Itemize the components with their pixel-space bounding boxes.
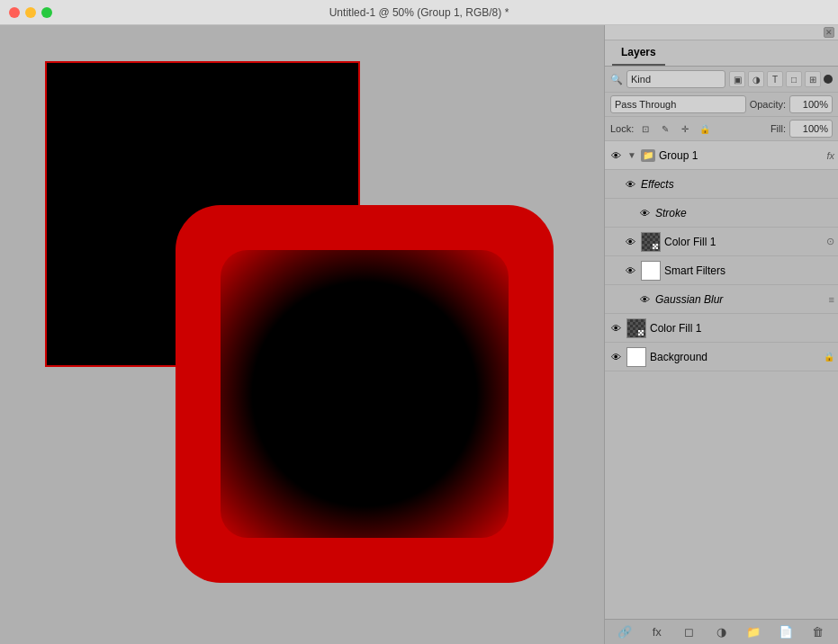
blend-row: Pass Through Normal Multiply Screen Opac… [605, 93, 838, 117]
layer-name-stroke: Stroke [655, 207, 834, 219]
titlebar: Untitled-1 @ 50% (Group 1, RGB/8) * [0, 0, 838, 25]
adjustment-button[interactable]: ◑ [712, 623, 730, 641]
lock-all-icon[interactable]: 🔒 [697, 121, 713, 137]
lock-pixels-icon[interactable]: ⊡ [637, 121, 653, 137]
window-controls[interactable] [9, 7, 52, 18]
kind-icons: ▣ ◑ T □ ⊞ [729, 71, 833, 87]
layer-row-group1[interactable]: 👁 ▼ 📁 Group 1 fx [605, 141, 838, 170]
lock-label: Lock: [610, 123, 634, 134]
pixel-icon[interactable]: ▣ [729, 71, 745, 87]
smart-icon[interactable]: ⊞ [805, 71, 821, 87]
adjustment-icon[interactable]: ◑ [748, 71, 764, 87]
shape-icon[interactable]: □ [786, 71, 802, 87]
fx-button[interactable]: fx [648, 623, 666, 641]
lock-position-icon[interactable]: ✎ [657, 121, 673, 137]
layer-name-colorfill2: Color Fill 1 [650, 322, 834, 335]
opacity-label: Opacity: [750, 99, 786, 110]
panel-bottom-toolbar: 🔗 fx ◻ ◑ 📁 📄 🗑 [605, 619, 838, 644]
background-lock-icon: 🔒 [824, 352, 834, 362]
fill-input[interactable] [789, 120, 833, 138]
visibility-effects[interactable]: 👁 [623, 177, 637, 192]
layer-thumb-smartobj [641, 261, 661, 281]
layer-thumb-colorfill2 [626, 318, 646, 338]
tab-layers[interactable]: Layers [612, 40, 665, 66]
type-icon[interactable]: T [767, 71, 783, 87]
visibility-smartfilters[interactable]: 👁 [623, 264, 637, 278]
layer-row-background[interactable]: 👁 Background 🔒 [605, 343, 838, 371]
shape-bottom-inner [221, 250, 509, 538]
close-button[interactable] [9, 7, 20, 18]
group-button[interactable]: 📁 [744, 623, 762, 641]
opacity-input[interactable] [789, 95, 833, 113]
layer-thumb-background [626, 347, 646, 367]
kind-row: 🔍 Kind ▣ ◑ T □ ⊞ [605, 67, 838, 93]
link-button[interactable]: 🔗 [616, 623, 634, 641]
lock-row: Lock: ⊡ ✎ ✛ 🔒 Fill: [605, 117, 838, 141]
panel-close-row: ✕ [605, 25, 838, 40]
layers-list: 👁 ▼ 📁 Group 1 fx 👁 Effects 👁 Stroke 👁 [605, 141, 838, 619]
new-layer-button[interactable]: 📄 [777, 623, 795, 641]
layer-name-colorfill1-top: Color Fill 1 [664, 236, 823, 248]
fill-label: Fill: [770, 123, 786, 134]
visibility-stroke[interactable]: 👁 [637, 206, 652, 220]
visibility-background[interactable]: 👁 [608, 350, 623, 364]
layer-name-group1: Group 1 [659, 149, 823, 162]
layer-name-gaussianblur: Gaussian Blur [655, 293, 825, 306]
lock-artboard-icon[interactable]: ✛ [677, 121, 693, 137]
layer-name-smartfilters: Smart Filters [664, 264, 834, 277]
window-title: Untitled-1 @ 50% (Group 1, RGB/8) * [329, 6, 509, 19]
visibility-group1[interactable]: 👁 [608, 148, 623, 163]
kind-select[interactable]: Kind [626, 70, 725, 88]
layer-thumb-colorfill1-top [641, 232, 661, 252]
panel-close-button[interactable]: ✕ [824, 27, 834, 38]
layer-name-background: Background [650, 351, 820, 363]
visibility-colorfill1-top[interactable]: 👁 [623, 235, 637, 249]
visibility-gaussianblur[interactable]: 👁 [637, 292, 652, 307]
gaussianblur-options-icon[interactable]: ≡ [829, 294, 834, 305]
shape-bottom-rounded [176, 205, 554, 583]
visibility-colorfill2[interactable]: 👁 [608, 321, 623, 335]
maximize-button[interactable] [41, 7, 52, 18]
delete-button[interactable]: 🗑 [809, 623, 827, 641]
blend-mode-select[interactable]: Pass Through Normal Multiply Screen [610, 95, 746, 113]
mask-button[interactable]: ◻ [680, 623, 698, 641]
layer-row-stroke[interactable]: 👁 Stroke [605, 199, 838, 228]
layer-row-colorfill1-top[interactable]: 👁 Color Fill 1 ⊙ [605, 228, 838, 256]
layer-row-gaussianblur[interactable]: 👁 Gaussian Blur ≡ [605, 285, 838, 314]
layers-tab-bar: Layers [605, 40, 838, 67]
main-content: ✕ Layers 🔍 Kind ▣ ◑ T □ ⊞ Pass Through [0, 25, 838, 644]
minimize-button[interactable] [25, 7, 36, 18]
layer-name-effects: Effects [641, 178, 834, 191]
canvas-area [0, 25, 604, 644]
layer-fx-group1: fx [826, 150, 834, 161]
expand-group1[interactable]: ▼ [626, 150, 637, 160]
color-indicator [824, 75, 833, 84]
layers-panel: ✕ Layers 🔍 Kind ▣ ◑ T □ ⊞ Pass Through [604, 25, 838, 644]
layer-row-colorfill2[interactable]: 👁 Color Fill 1 [605, 314, 838, 343]
folder-icon-group1: 📁 [641, 149, 655, 162]
colorfill1-options-icon[interactable]: ⊙ [826, 236, 834, 247]
layer-row-smartfilters[interactable]: 👁 Smart Filters [605, 256, 838, 285]
search-icon: 🔍 [610, 74, 623, 85]
lock-icons: ⊡ ✎ ✛ 🔒 [637, 121, 713, 137]
layer-row-effects[interactable]: 👁 Effects [605, 170, 838, 199]
